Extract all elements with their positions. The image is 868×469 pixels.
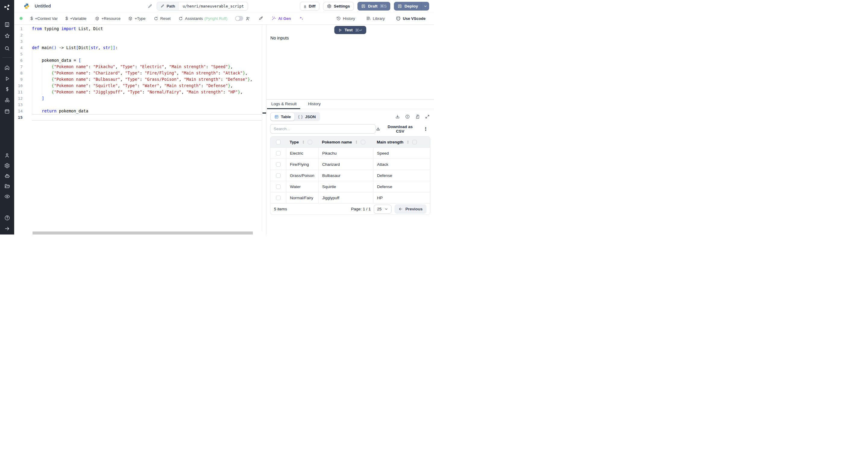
expand-icon <box>425 114 430 119</box>
row-checkbox[interactable] <box>276 173 281 178</box>
table-menu-button[interactable]: ⋮ <box>424 126 428 132</box>
sidebar-collapse[interactable] <box>0 225 14 231</box>
sidebar <box>0 0 14 234</box>
history-button[interactable]: History <box>336 16 355 21</box>
row-checkbox[interactable] <box>276 196 281 200</box>
sort-icon[interactable] <box>301 140 305 144</box>
code-line: 3 <box>14 38 266 44</box>
previous-page-button[interactable]: Previous <box>395 205 427 214</box>
line-number: 14 <box>14 108 23 114</box>
tab-history[interactable]: History <box>307 101 321 109</box>
table-row[interactable]: ElectricPikachuSpeed <box>270 147 430 159</box>
download-csv-label: Download as CSV <box>383 124 417 133</box>
windmill-logo[interactable] <box>0 3 14 11</box>
line-number: 10 <box>14 83 23 89</box>
sidebar-item-settings[interactable] <box>0 162 14 168</box>
table-cell: Speed <box>373 148 430 159</box>
download-csv-button[interactable]: Download as CSV <box>376 124 417 133</box>
sidebar-item-schedules[interactable] <box>0 108 14 114</box>
copy-result-button[interactable] <box>415 114 420 119</box>
table-cell: Squirtle <box>318 181 373 192</box>
test-shortcut: ⌘↵ <box>355 28 363 33</box>
sidebar-item-home[interactable] <box>0 64 14 70</box>
table-row[interactable]: Fire/FlyingCharizardAttack <box>270 159 430 170</box>
save-icon <box>398 4 402 8</box>
code-editor[interactable]: 1from typing import List, Dict234def mai… <box>14 25 267 234</box>
view-json-segment[interactable]: { }JSON <box>294 113 319 121</box>
deploy-button[interactable]: Deploy <box>394 2 429 10</box>
expand-result-button[interactable] <box>425 114 430 119</box>
sidebar-item-help[interactable] <box>0 215 14 221</box>
row-checkbox[interactable] <box>276 151 281 156</box>
code-line: 9 {"Pokemon name": "Bulbasaur", "Type": … <box>14 76 266 83</box>
add-context-var-button[interactable]: $ +Context Var <box>30 16 58 21</box>
editor-overview-cursor-marker[interactable] <box>262 113 266 114</box>
deploy-dropdown-button[interactable] <box>421 2 429 10</box>
page-size-select[interactable]: 25 <box>374 205 392 214</box>
multiplayer-toggle[interactable] <box>235 16 243 21</box>
sidebar-item-resources[interactable] <box>0 97 14 103</box>
draft-button[interactable]: Draft ⌘S <box>358 2 390 10</box>
cubes-icon <box>4 97 10 103</box>
add-variable-button[interactable]: $ +Variable <box>65 16 86 21</box>
table-row[interactable]: WaterSquirtleDefense <box>270 181 430 192</box>
ai-sparkles-button[interactable] <box>299 16 304 21</box>
sidebar-item-search[interactable] <box>0 45 14 51</box>
format-button[interactable] <box>258 16 263 21</box>
download-result-button[interactable] <box>395 114 400 119</box>
info-icon <box>405 114 410 119</box>
use-vscode-label: Use VScode <box>403 16 426 21</box>
eye-icon <box>4 193 10 199</box>
assistants-detail[interactable]: (Pyright Ruff) <box>204 16 227 21</box>
table-cell: HP <box>373 192 430 203</box>
table-cell: Attack <box>373 159 430 170</box>
tab-logs-result[interactable]: Logs & Result <box>271 101 297 109</box>
editor-horizontal-scrollbar[interactable] <box>33 231 253 234</box>
add-resource-button[interactable]: +Resource <box>95 16 121 21</box>
ai-gen-button[interactable]: AI Gen <box>271 16 291 21</box>
use-vscode-button[interactable]: Use VScode <box>396 16 426 21</box>
sidebar-item-variables[interactable] <box>0 86 14 92</box>
assistants-button[interactable]: Assistants <box>179 16 203 21</box>
column-filter-box[interactable] <box>308 140 312 145</box>
add-type-label: +Type <box>135 16 146 21</box>
library-button[interactable]: Library <box>366 16 385 21</box>
diff-button[interactable]: ± Diff <box>300 2 319 10</box>
table-row[interactable]: Grass/PoisonBulbasaurDefense <box>270 170 430 181</box>
column-filter-box[interactable] <box>361 140 365 145</box>
select-all-checkbox[interactable] <box>276 140 281 145</box>
add-variable-label: +Variable <box>70 16 86 21</box>
page-size-value: 25 <box>377 207 381 211</box>
edit-title-button[interactable] <box>147 4 153 9</box>
help-icon <box>4 215 10 221</box>
row-checkbox[interactable] <box>276 184 281 189</box>
table-row[interactable]: Normal/FairyJigglypuffHP <box>270 192 430 203</box>
sidebar-item-workspace[interactable] <box>0 22 14 27</box>
reset-button[interactable]: Reset <box>154 16 170 21</box>
dollar-icon <box>4 87 10 92</box>
code-line: 13 <box>14 101 266 108</box>
table-search-input[interactable] <box>270 124 376 133</box>
view-table-segment[interactable]: Table <box>271 113 294 121</box>
multiplayer-button[interactable] <box>245 16 250 21</box>
sidebar-item-folders[interactable] <box>0 183 14 189</box>
test-label: Test <box>344 28 352 32</box>
json-braces-icon: { } <box>298 115 303 119</box>
sidebar-item-runs[interactable] <box>0 76 14 82</box>
path-button[interactable]: Path u/henri/maneuverable_script <box>157 2 248 10</box>
sidebar-item-users[interactable] <box>0 152 14 158</box>
column-filter-box[interactable] <box>412 140 417 145</box>
settings-button[interactable]: Settings <box>323 2 354 10</box>
history-label: History <box>343 16 355 21</box>
add-type-button[interactable]: +Type <box>128 16 146 21</box>
test-button[interactable]: Test ⌘↵ <box>334 26 366 34</box>
row-checkbox[interactable] <box>276 162 281 167</box>
sort-icon[interactable] <box>406 140 410 144</box>
sidebar-item-workers[interactable] <box>0 173 14 179</box>
code-line: 11 {"Pokemon name": "Jigglypuff", "Type"… <box>14 89 266 95</box>
package-icon <box>95 16 99 21</box>
info-button[interactable] <box>405 114 410 119</box>
sidebar-item-audit[interactable] <box>0 193 14 199</box>
sidebar-item-favorites[interactable] <box>0 33 14 39</box>
sort-icon[interactable] <box>354 140 358 144</box>
